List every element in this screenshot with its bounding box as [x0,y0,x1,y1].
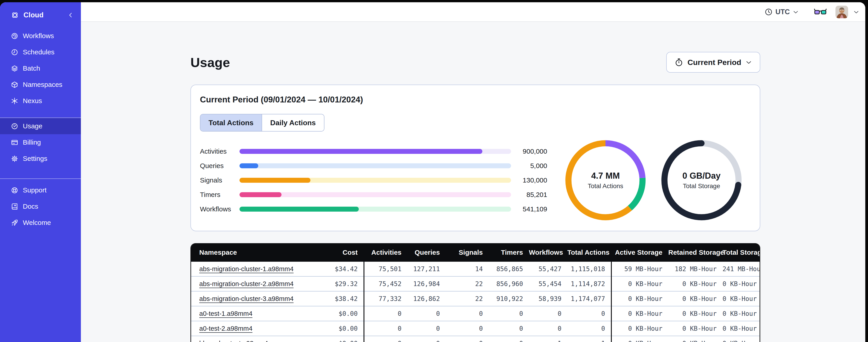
usage-bar-queries: Queries5,000 [200,159,547,173]
card-title: Current Period (09/01/2024 — 10/01/2024) [200,95,751,104]
namespace-link[interactable]: abs-migration-cluster-1.a98mm4 [199,265,293,273]
cell-total-storage: 0 KB-Hour [722,291,760,306]
timezone-selector[interactable]: UTC [765,8,799,16]
account-chevron-down-icon[interactable] [853,9,860,15]
bar-fill [240,207,359,212]
table-row: abs-migration-cluster-3.a98mm4$38.4277,3… [191,291,760,306]
column-header-activities: Activities [364,243,407,262]
cell-workflows: 0 [529,321,567,336]
sidebar-item-docs[interactable]: Docs [0,198,81,214]
donut-value: 0 GB/Day [683,171,721,181]
total-actions-donut: 4.7 MMTotal Actions [565,140,646,220]
donut-label: Total Storage [683,182,720,190]
sidebar-item-schedules[interactable]: Schedules [0,44,81,60]
cell-total-storage: 0 KB-Hour [722,321,760,336]
sidebar-item-support[interactable]: Support [0,182,81,198]
cell-active-storage: 0 KB-Hour [611,336,668,342]
sidebar-item-workflows[interactable]: Workflows [0,28,81,44]
usage-summary-card: Current Period (09/01/2024 — 10/01/2024)… [190,84,760,231]
bar-value: 5,000 [511,162,547,170]
bar-value: 85,201 [511,191,547,199]
table-row: abs-migration-cluster-2.a98mm4$29.3275,4… [191,276,760,291]
column-header-signals: Signals [446,243,489,262]
tab-total-actions[interactable]: Total Actions [200,114,261,131]
cell-signals: 0 [446,321,489,336]
labs-glasses-icon[interactable] [814,8,827,16]
sidebar-item-label: Batch [23,65,40,72]
chevron-down-icon [745,59,752,66]
cell-cost: $34.42 [318,262,364,276]
workflows-icon [11,32,18,40]
sidebar-item-label: Support [23,186,46,194]
sidebar-item-settings[interactable]: Settings [0,150,81,167]
namespace-link[interactable]: abs-migration-cluster-3.a98mm4 [199,295,293,302]
cell-activities: 0 [364,306,407,321]
cell-activities: 75,452 [364,276,407,291]
cell-signals: 14 [446,262,489,276]
temporal-logo-icon [11,11,19,19]
table-header-row: NamespaceCostActivitiesQueriesSignalsTim… [191,243,760,262]
column-header-workflows: Workflows [529,243,567,262]
page-title: Usage [190,55,230,70]
sidebar-item-welcome[interactable]: Welcome [0,214,81,231]
total-storage-donut: 0 GB/DayTotal Storage [661,140,742,220]
cell-total-actions: 0 [567,321,611,336]
cell-retained-storage: 0 KB-Hour [668,291,722,306]
sidebar-item-namespaces[interactable]: Namespaces [0,76,81,93]
cell-total-storage: 0 KB-Hour [722,306,760,321]
bar-track [240,163,511,168]
actions-bar-chart: Activities900,000Queries5,000Signals130,… [200,144,547,216]
sidebar-collapse-button[interactable] [67,12,74,19]
bar-value: 541,109 [511,205,547,213]
support-icon [11,186,18,194]
table-row: bk-worker-test.a98mm4$0.000000110 KB-Hou… [191,336,760,342]
sidebar-item-batch[interactable]: Batch [0,60,81,76]
column-header-active-storage: Active Storage [611,243,668,262]
cell-total-actions: 1 [567,336,611,342]
sidebar-brand: Cloud [0,2,81,20]
cell-activities: 0 [364,321,407,336]
namespace-link[interactable]: a0-test-1.a98mm4 [199,310,252,317]
sidebar: Cloud WorkflowsSchedulesBatchNamespacesN… [0,2,81,342]
cell-total-storage: 0 KB-Hour [722,336,760,342]
bar-track [240,149,511,154]
namespace-link[interactable]: bk-worker-test.a98mm4 [199,340,268,342]
cell-workflows: 55,427 [529,262,567,276]
column-header-retained-storage: Retained Storage [668,243,722,262]
sidebar-item-nexus[interactable]: Nexus [0,93,81,109]
avatar[interactable] [835,6,848,18]
namespace-link[interactable]: a0-test-2.a98mm4 [199,325,252,332]
content: Usage Current Period Current Period (09/… [81,22,865,342]
namespace-link[interactable]: abs-migration-cluster-2.a98mm4 [199,280,293,287]
table-row: a0-test-1.a98mm4$0.000000000 KB-Hour0 KB… [191,306,760,321]
cell-activities: 77,332 [364,291,407,306]
sidebar-item-label: Schedules [23,48,55,56]
sidebar-item-label: Billing [23,138,41,146]
nexus-icon [11,97,18,105]
cell-workflows: 0 [529,306,567,321]
bar-label: Activities [200,147,240,155]
cell-total-actions: 1,114,872 [567,276,611,291]
schedules-icon [11,48,18,56]
cell-workflows: 55,454 [529,276,567,291]
sidebar-item-label: Nexus [23,97,42,105]
cell-cost: $0.00 [318,306,364,321]
settings-icon [11,155,18,163]
cell-queries: 0 [407,336,446,342]
cell-total-actions: 1,174,077 [567,291,611,306]
usage-icon [11,123,18,130]
clock-icon [765,8,773,16]
sidebar-item-usage[interactable]: Usage [0,118,81,134]
period-selector-button[interactable]: Current Period [666,52,760,73]
actions-tab-group: Total ActionsDaily Actions [200,114,324,132]
donut-value: 4.7 MM [591,171,620,181]
cell-timers: 0 [489,306,529,321]
namespace-usage-table: NamespaceCostActivitiesQueriesSignalsTim… [190,243,760,342]
cell-cost: $38.42 [318,291,364,306]
tab-daily-actions[interactable]: Daily Actions [261,114,324,131]
bar-label: Queries [200,162,240,170]
cell-cost: $29.32 [318,276,364,291]
cell-retained-storage: 0 KB-Hour [668,336,722,342]
sidebar-item-billing[interactable]: Billing [0,134,81,150]
cell-active-storage: 59 MB-Hour [611,262,668,276]
